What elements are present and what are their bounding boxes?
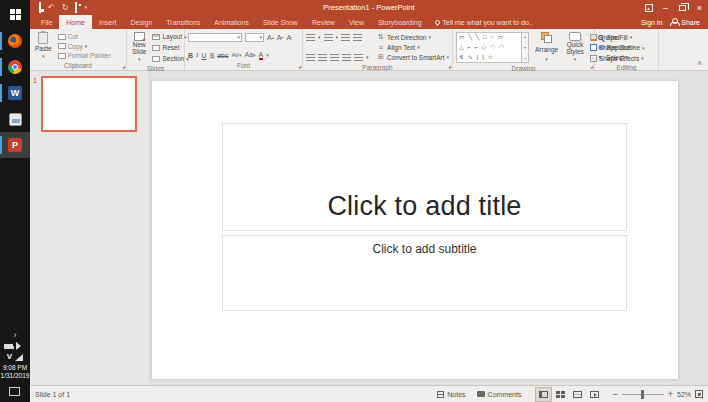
restore-button[interactable] [674,0,691,15]
quick-styles-button[interactable]: Quick Styles ▾ [564,31,586,64]
font-name-combobox[interactable]: ▾ [188,33,242,42]
align-center-button[interactable] [318,54,327,61]
network-icon[interactable] [15,354,23,361]
tab-view[interactable]: View [342,15,371,29]
cut-button[interactable]: Cut [58,32,111,41]
vpn-icon[interactable]: V [7,353,12,361]
replace-button[interactable]: abReplace▾ [598,42,635,52]
taskbar-item-firefox[interactable] [0,28,30,54]
new-slide-button[interactable]: New Slide ▾ [130,31,148,64]
paste-button[interactable]: Paste ▾ [33,31,54,61]
zoom-in-button[interactable]: + [668,389,673,399]
paragraph-dialog-launcher[interactable]: ◢ [448,65,451,69]
tab-transitions[interactable]: Transitions [159,15,207,29]
tell-me-box[interactable]: Tell me what you want to do.. [429,15,539,29]
strikethrough-button[interactable]: abc [217,51,228,60]
clipboard-dialog-launcher[interactable]: ◢ [122,65,125,69]
align-right-button[interactable] [330,54,339,61]
tab-design[interactable]: Design [123,15,159,29]
slide-show-view-button[interactable] [586,387,603,402]
fit-to-window-button[interactable] [695,390,703,398]
tab-file[interactable]: File [34,15,59,29]
tab-slide-show[interactable]: Slide Show [256,15,305,29]
volume-icon[interactable] [16,342,25,350]
undo-button[interactable]: ↶ [48,0,55,15]
subtitle-placeholder[interactable]: Click to add subtitle [222,235,627,311]
convert-to-smartart-button[interactable]: ⊞Convert to SmartArt▾ [377,52,449,62]
sign-in-link[interactable]: Sign in [641,19,662,26]
decrease-indent-button[interactable] [341,34,350,41]
taskbar-item-installer[interactable] [0,106,30,132]
title-placeholder[interactable]: Click to add title [222,123,627,231]
clock[interactable]: 9:08 PM 1/31/2019 [1,364,30,380]
battery-icon[interactable] [4,344,13,349]
save-button[interactable] [39,0,41,15]
tab-home[interactable]: Home [59,15,92,29]
shapes-gallery[interactable]: ▭ ╲ ╲ □ ○ ▭ △ ⌐ ⌐ ◇ ◠ ◠ ↯ ∿ { } ☆ [456,32,522,63]
zoom-out-button[interactable]: − [612,389,617,399]
slide-canvas[interactable]: Click to add title Click to add subtitle [152,81,678,379]
align-left-button[interactable] [306,54,315,61]
find-icon [598,35,603,40]
find-button[interactable]: Find [598,32,635,42]
clear-formatting-button[interactable]: A▪ [286,33,292,42]
change-case-button[interactable]: Aa▾ [245,50,256,60]
show-desktop-button[interactable] [9,387,20,396]
taskbar-item-powerpoint[interactable]: P [0,132,30,158]
zoom-slider[interactable] [622,394,664,395]
zoom-level[interactable]: 52% [677,391,691,398]
drawing-dialog-launcher[interactable]: ◢ [590,65,593,69]
tab-storyboarding[interactable]: Storyboarding [371,15,429,29]
align-text-button[interactable]: ≡Align Text▾ [377,42,449,52]
normal-view-button[interactable] [535,387,552,402]
slide-sorter-view-button[interactable] [552,387,569,402]
justify-button[interactable] [342,54,351,61]
share-button[interactable]: Share [670,18,700,26]
zoom-slider-thumb[interactable] [641,390,644,399]
minimize-button[interactable]: – [657,0,674,15]
copy-icon [58,43,66,49]
close-button[interactable]: × [691,0,708,15]
reset-button[interactable]: Reset [152,43,188,52]
layout-button[interactable]: Layout▾ [152,32,188,41]
font-color-button[interactable]: A [259,51,264,60]
redo-button[interactable]: ↻ [62,0,69,15]
start-button[interactable] [0,0,30,28]
tab-review[interactable]: Review [305,15,342,29]
slide-thumbnail[interactable] [41,76,137,132]
tab-animations[interactable]: Animations [207,15,256,29]
increase-indent-button[interactable] [353,34,362,41]
shrink-font-button[interactable]: A▾ [277,33,284,42]
tray-expand-chevron-icon[interactable]: › [13,331,16,339]
taskbar-item-chrome[interactable] [0,54,30,80]
italic-button[interactable]: I [196,51,198,60]
tab-insert[interactable]: Insert [92,15,124,29]
arrange-button[interactable]: Arrange ▾ [533,31,560,64]
text-direction-button[interactable]: ⇅Text Direction▾ [377,32,449,42]
customize-qat-button[interactable]: ▾ [84,0,87,15]
new-slide-caret-icon: ▾ [138,56,141,62]
text-shadow-button[interactable]: S [209,51,214,60]
columns-button[interactable] [354,54,363,61]
copy-button[interactable]: Copy▾ [58,42,111,51]
underline-button[interactable]: U [201,51,206,60]
comments-button[interactable]: Comments [474,391,525,398]
numbering-button[interactable] [324,34,333,41]
ribbon-display-options-button[interactable]: ▴ [640,0,657,15]
select-button[interactable]: ↖Select▾ [598,52,635,62]
grow-font-button[interactable]: A▴ [267,33,274,42]
shapes-gallery-scrollbar[interactable]: ▴▾▿ [522,32,529,63]
bold-button[interactable]: B [188,51,193,60]
font-dialog-launcher[interactable]: ◢ [298,65,301,69]
reading-view-button[interactable] [569,387,586,402]
collapse-ribbon-button[interactable]: ∧ [697,59,702,67]
start-from-beginning-button[interactable] [75,0,77,15]
section-button[interactable]: Section▾ [152,54,188,63]
character-spacing-button[interactable]: AV▾ [231,51,241,60]
slide-thumbnail-panel[interactable]: 1 [30,71,150,385]
bullets-button[interactable] [306,34,315,41]
format-painter-button[interactable]: Format Painter [58,51,111,60]
font-size-combobox[interactable]: ▾ [245,33,264,42]
taskbar-item-word[interactable]: W [0,80,30,106]
notes-button[interactable]: Notes [434,391,468,398]
